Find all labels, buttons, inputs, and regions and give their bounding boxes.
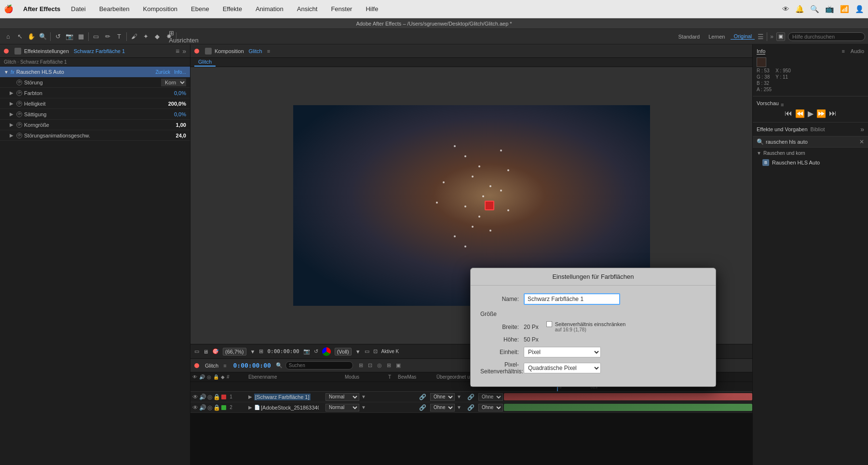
preview-play-btn[interactable]: ▶: [808, 109, 814, 118]
info-tab-info[interactable]: Info: [757, 48, 765, 55]
menu-animation[interactable]: Animation: [253, 4, 286, 14]
align-btn[interactable]: ⊞ Ausrichten: [178, 31, 189, 42]
layer2-parent[interactable]: Ohne: [430, 404, 455, 411]
expand-icon-helligkeit[interactable]: ▶: [10, 101, 15, 106]
sattigung-value[interactable]: 0,0%: [174, 111, 186, 117]
layer1-chain-icon[interactable]: 🔗: [417, 394, 428, 400]
dialog-width-value[interactable]: 20 Px: [524, 324, 539, 330]
tl-tool-2[interactable]: ⊡: [368, 362, 372, 369]
clone-btn[interactable]: ✦: [140, 31, 151, 42]
expand-icon-storungsanim[interactable]: ▶: [10, 133, 15, 138]
expand-icon-korngrosse[interactable]: ▶: [10, 122, 15, 127]
timeline-timecode[interactable]: 0:00:00:00: [233, 362, 271, 369]
menu-komposition[interactable]: Komposition: [140, 4, 181, 14]
menu-datei[interactable]: Datei: [68, 4, 88, 14]
layer2-mode[interactable]: Normal: [326, 404, 359, 411]
dialog-name-input[interactable]: [524, 293, 620, 305]
info-btn[interactable]: Info...: [174, 69, 186, 75]
fx-search-input[interactable]: [766, 139, 857, 145]
comp-tool-8[interactable]: ▭: [365, 348, 369, 355]
comp-tool-6[interactable]: ↺: [314, 348, 318, 355]
tl-close-btn[interactable]: [194, 363, 199, 368]
pen-btn[interactable]: ✏: [102, 31, 113, 42]
home-btn[interactable]: ⌂: [3, 31, 14, 42]
toggle-farbton[interactable]: ⟳: [16, 90, 22, 96]
layer1-solo[interactable]: ◎: [207, 394, 212, 400]
fx-item-rauschen[interactable]: B Rauschen HLS Auto: [753, 158, 868, 167]
comp-tool-1[interactable]: ▭: [194, 348, 199, 355]
layer2-expand[interactable]: ▶: [248, 405, 252, 410]
comp-quality[interactable]: (Voll): [335, 348, 352, 356]
color-wheel-icon[interactable]: [322, 347, 331, 356]
layer2-name[interactable]: [AdobeStock_251863340.mov]: [261, 405, 319, 410]
search-globe-icon[interactable]: 🔍: [810, 5, 819, 14]
menu-bearbeiten[interactable]: Bearbeiten: [96, 4, 133, 14]
comp-close-btn[interactable]: [194, 49, 199, 54]
layer-btn[interactable]: ▦: [76, 31, 86, 42]
panel-expand-btn[interactable]: »: [182, 47, 186, 55]
toggle-storung[interactable]: ⟳: [16, 80, 22, 85]
panel-menu-btn[interactable]: ≡: [176, 47, 179, 55]
comp-active-k[interactable]: Aktive K: [381, 349, 399, 354]
layer1-mode[interactable]: Normal: [326, 393, 359, 401]
tl-tool-3[interactable]: ◎: [377, 362, 382, 369]
text-btn[interactable]: T: [114, 31, 124, 42]
toggle-sattigung[interactable]: ⟳: [16, 111, 22, 117]
farbton-value[interactable]: 0,0%: [174, 90, 186, 96]
tl-search-icon[interactable]: 🔍: [276, 362, 283, 369]
helligkeit-value[interactable]: 200,0%: [168, 101, 186, 107]
fx-category-header[interactable]: ▼ Rauschen und korn: [753, 149, 868, 158]
dialog-einheit-select[interactable]: Pixel: [524, 347, 601, 357]
tl-tool-1[interactable]: ⊞: [359, 362, 363, 369]
info-menu[interactable]: ≡: [841, 48, 844, 55]
preview-prev-btn[interactable]: ⏪: [795, 109, 805, 118]
wifi-icon[interactable]: 📶: [840, 5, 849, 14]
comp-tool-7[interactable]: ▼: [355, 349, 361, 355]
fx-lib-tab[interactable]: Bibliot: [811, 126, 825, 132]
menu-fenster[interactable]: Fenster: [328, 4, 355, 14]
comp-tool-4[interactable]: ▼: [250, 349, 256, 355]
layer2-audio[interactable]: 🔊: [199, 404, 206, 411]
workspace-lernen[interactable]: Lernen: [705, 34, 728, 40]
preview-menu[interactable]: ≡: [781, 102, 784, 108]
paint-btn[interactable]: 🖌: [129, 31, 139, 42]
comp-timecode[interactable]: 0:00:00:00: [267, 348, 299, 355]
toggle-storungsanim[interactable]: ⟳: [16, 133, 22, 138]
effect-item-header[interactable]: ▼ fx Rauschen HLS Auto Zurück Info...: [0, 67, 190, 77]
comp-tab-glitch[interactable]: Glitch: [194, 58, 216, 67]
zoom-btn[interactable]: 🔍: [38, 31, 48, 42]
workspace-standard[interactable]: Standard: [675, 34, 703, 40]
tl-tool-4[interactable]: ⊞: [387, 362, 391, 369]
comp-tool-3[interactable]: 🎯: [212, 348, 219, 355]
menu-ansicht[interactable]: Ansicht: [294, 4, 321, 14]
comp-zoom[interactable]: (66,7%): [223, 348, 246, 356]
fx-lib-expand[interactable]: »: [860, 125, 864, 133]
back-btn[interactable]: Zurück: [155, 69, 170, 75]
layer2-lock[interactable]: 🔒: [213, 404, 220, 411]
layer1-parent2[interactable]: Ohne: [478, 393, 503, 401]
solid-settings-dialog[interactable]: Einstellungen für Farbflächen Name: Größ…: [470, 268, 716, 387]
tl-tool-5[interactable]: ▣: [396, 362, 401, 369]
workspace-menu-icon[interactable]: ☰: [758, 33, 764, 41]
alert-icon[interactable]: 🔔: [795, 5, 804, 14]
timeline-search[interactable]: [285, 361, 353, 369]
toggle-helligkeit[interactable]: ⟳: [16, 101, 22, 107]
comp-tool-2[interactable]: 🖥: [203, 349, 208, 355]
layer1-name[interactable]: [Schwarz Farbfläche 1]: [254, 394, 311, 400]
expand-icon-farbton[interactable]: ▶: [10, 90, 15, 96]
expand-icon-sattigung[interactable]: ▶: [10, 111, 15, 117]
layer1-audio[interactable]: 🔊: [199, 394, 206, 400]
fx-search-clear-btn[interactable]: ✕: [859, 138, 864, 145]
comp-tool-9[interactable]: ⊡: [373, 348, 378, 355]
dialog-height-value[interactable]: 50 Px: [524, 336, 539, 343]
dialog-pixel-select[interactable]: Quadratische Pixel: [524, 363, 601, 373]
close-btn[interactable]: [4, 49, 9, 54]
user-avatar[interactable]: 👤: [855, 5, 864, 14]
comp-tool-5[interactable]: ⊞: [259, 348, 263, 355]
toggle-korngrosse[interactable]: ⟳: [16, 122, 22, 128]
select-btn[interactable]: ↖: [14, 31, 25, 42]
layer1-expand[interactable]: ▶: [248, 394, 252, 399]
rotate-left-btn[interactable]: ↺: [53, 31, 63, 42]
tl-menu-icon[interactable]: ≡: [223, 363, 226, 369]
layer2-parent2[interactable]: Ohne: [478, 404, 503, 411]
